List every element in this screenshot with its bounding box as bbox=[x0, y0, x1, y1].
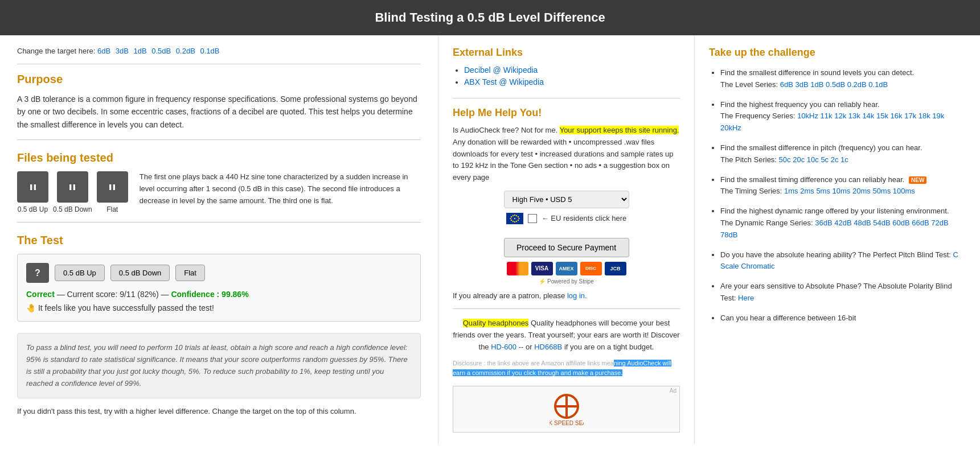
freq-15k-link[interactable]: 15k bbox=[876, 112, 888, 120]
new-badge: NEW bbox=[909, 176, 926, 184]
level-01db-link[interactable]: 0.1dB bbox=[868, 80, 888, 89]
payment-icons: VISA AMEX DISC JCB bbox=[453, 262, 680, 275]
list-item: Find the smallest difference in pitch (f… bbox=[720, 142, 966, 166]
level-02db-link[interactable]: 0.2dB bbox=[847, 80, 867, 89]
quality-headphones-text: Quality headphones Quality headphones wi… bbox=[453, 318, 680, 353]
target-05db-link[interactable]: 0.5dB bbox=[151, 47, 171, 55]
freq-20k-link[interactable]: 20kHz bbox=[720, 123, 741, 132]
timing-1ms-link[interactable]: 1ms bbox=[784, 187, 798, 195]
challenge-item-text: Find the smallest difference in sound le… bbox=[720, 68, 914, 77]
level-1db-link[interactable]: 1dB bbox=[810, 80, 823, 89]
svg-point-13 bbox=[518, 218, 519, 219]
or-text: -- or bbox=[519, 343, 532, 351]
freq-10k-link[interactable]: 10kHz bbox=[797, 112, 818, 120]
freq-12k-link[interactable]: 12k bbox=[834, 112, 846, 120]
dr-66db-link[interactable]: 66dB bbox=[912, 219, 929, 227]
correct-label: Correct bbox=[26, 290, 55, 299]
play-up-button[interactable] bbox=[17, 171, 48, 203]
hd668b-link[interactable]: HD668B bbox=[534, 343, 562, 351]
timing-50ms-link[interactable]: 50ms bbox=[872, 187, 891, 195]
answer-down-button[interactable]: 0.5 dB Down bbox=[110, 265, 170, 281]
middle-column: External Links Decibel @ Wikipedia ABX T… bbox=[438, 35, 695, 444]
disclosure-pre: Disclosure : the links above are Amazon … bbox=[453, 360, 614, 366]
dr-78db-link[interactable]: 78dB bbox=[720, 230, 737, 239]
test-title: The Test bbox=[17, 234, 421, 247]
donation-select[interactable]: High Five • USD 5 Thank You • USD 10 Awe… bbox=[504, 191, 629, 208]
pitch-50c-link[interactable]: 50c bbox=[779, 155, 791, 164]
score-detail: Current score: 9/11 (82%) bbox=[67, 290, 159, 299]
pitch-chromatic-link[interactable]: Chromatic bbox=[741, 262, 774, 270]
answer-flat-button[interactable]: Flat bbox=[175, 265, 205, 281]
pitch-10c-link[interactable]: 10c bbox=[807, 155, 819, 164]
target-1db-link[interactable]: 1dB bbox=[133, 47, 146, 55]
freq-17k-link[interactable]: 17k bbox=[904, 112, 916, 120]
polarity-here-link[interactable]: Here bbox=[738, 294, 754, 302]
player-down-label: 0.5 dB Down bbox=[53, 205, 92, 213]
play-down-button[interactable] bbox=[57, 171, 88, 203]
external-links-list: Decibel @ Wikipedia ABX Test @ Wikipedia bbox=[453, 65, 680, 87]
pitch-series-label: The Pitch Series: bbox=[720, 155, 779, 164]
dr-72db-link[interactable]: 72dB bbox=[931, 219, 948, 227]
pitch-20c-link[interactable]: 20c bbox=[793, 155, 805, 164]
freq-11k-link[interactable]: 11k bbox=[821, 112, 833, 120]
external-links-title: External Links bbox=[453, 47, 680, 59]
freq-18k-link[interactable]: 18k bbox=[919, 112, 930, 120]
dr-36db-link[interactable]: 36dB bbox=[815, 219, 832, 227]
player-row: 0.5 dB Up 0.5 dB Down Flat bbox=[17, 171, 421, 213]
level-3db-link[interactable]: 3dB bbox=[796, 80, 809, 89]
timing-10ms-link[interactable]: 10ms bbox=[833, 187, 851, 195]
list-item: ABX Test @ Wikipedia bbox=[464, 77, 680, 87]
level-05db-link[interactable]: 0.5dB bbox=[826, 80, 845, 89]
stripe-text: ⚡ Powered by Stripe bbox=[453, 278, 680, 285]
abx-wiki-link[interactable]: ABX Test @ Wikipedia bbox=[464, 77, 544, 87]
amex-icon: AMEX bbox=[556, 262, 577, 275]
hd600-link[interactable]: HD-600 bbox=[491, 343, 516, 351]
freq-16k-link[interactable]: 16k bbox=[891, 112, 903, 120]
pitch-2c-link[interactable]: 2c bbox=[831, 155, 839, 164]
help-body: Any donation will be rewarded with • unc… bbox=[453, 138, 674, 182]
freq-13k-link[interactable]: 13k bbox=[848, 112, 860, 120]
divider-2 bbox=[17, 139, 421, 140]
pitch-5c-link[interactable]: 5c bbox=[821, 155, 829, 164]
test-box: ? 0.5 dB Up 0.5 dB Down Flat Correct — C… bbox=[17, 254, 421, 322]
timing-100ms-link[interactable]: 100ms bbox=[893, 187, 915, 195]
level-6db-link[interactable]: 6dB bbox=[780, 80, 793, 89]
target-6db-link[interactable]: 6dB bbox=[97, 47, 110, 55]
list-item: Find the smallest difference in sound le… bbox=[720, 67, 966, 91]
answer-up-button[interactable]: 0.5 dB Up bbox=[55, 265, 105, 281]
timing-2ms-link[interactable]: 2ms bbox=[800, 187, 814, 195]
list-item: Decibel @ Wikipedia bbox=[464, 65, 680, 75]
freq-19k-link[interactable]: 19k bbox=[932, 112, 944, 120]
target-02db-link[interactable]: 0.2dB bbox=[176, 47, 195, 55]
help-title: Help Me Help You! bbox=[453, 107, 680, 119]
purpose-title: Purpose bbox=[17, 73, 421, 86]
challenge-title: Take up the challenge bbox=[709, 47, 966, 59]
decibel-wiki-link[interactable]: Decibel @ Wikipedia bbox=[464, 65, 538, 75]
dr-42db-link[interactable]: 42dB bbox=[834, 219, 851, 227]
dr-48db-link[interactable]: 48dB bbox=[854, 219, 871, 227]
pitch-1c-link[interactable]: 1c bbox=[840, 155, 848, 164]
proceed-payment-button[interactable]: Proceed to Secure Payment bbox=[504, 238, 629, 257]
visa-icon: VISA bbox=[531, 262, 553, 275]
play-flat-button[interactable] bbox=[97, 171, 128, 203]
timing-5ms-link[interactable]: 5ms bbox=[816, 187, 830, 195]
player-buttons: 0.5 dB Up 0.5 dB Down Flat bbox=[17, 171, 128, 213]
question-button[interactable]: ? bbox=[26, 263, 49, 283]
patron-login-link[interactable]: log in. bbox=[567, 291, 587, 300]
player-up-label: 0.5 dB Up bbox=[18, 205, 48, 213]
divider-3 bbox=[17, 222, 421, 223]
timing-20ms-link[interactable]: 20ms bbox=[852, 187, 871, 195]
jcb-icon: JCB bbox=[605, 262, 626, 275]
dr-54db-link[interactable]: 54dB bbox=[873, 219, 890, 227]
target-3db-link[interactable]: 3dB bbox=[116, 47, 129, 55]
eu-checkbox[interactable] bbox=[528, 214, 537, 223]
discover-icon: DISC bbox=[580, 262, 602, 275]
svg-point-5 bbox=[511, 220, 512, 221]
svg-text:QUICK SPEED SEARCH: QUICK SPEED SEARCH bbox=[550, 420, 584, 426]
list-item: Find the smallest timing difference you … bbox=[720, 174, 966, 198]
dr-60db-link[interactable]: 60dB bbox=[892, 219, 909, 227]
list-item: Find the highest frequency you can relia… bbox=[720, 99, 966, 134]
svg-point-11 bbox=[516, 221, 517, 222]
target-01db-link[interactable]: 0.1dB bbox=[200, 47, 219, 55]
freq-14k-link[interactable]: 14k bbox=[862, 112, 874, 120]
